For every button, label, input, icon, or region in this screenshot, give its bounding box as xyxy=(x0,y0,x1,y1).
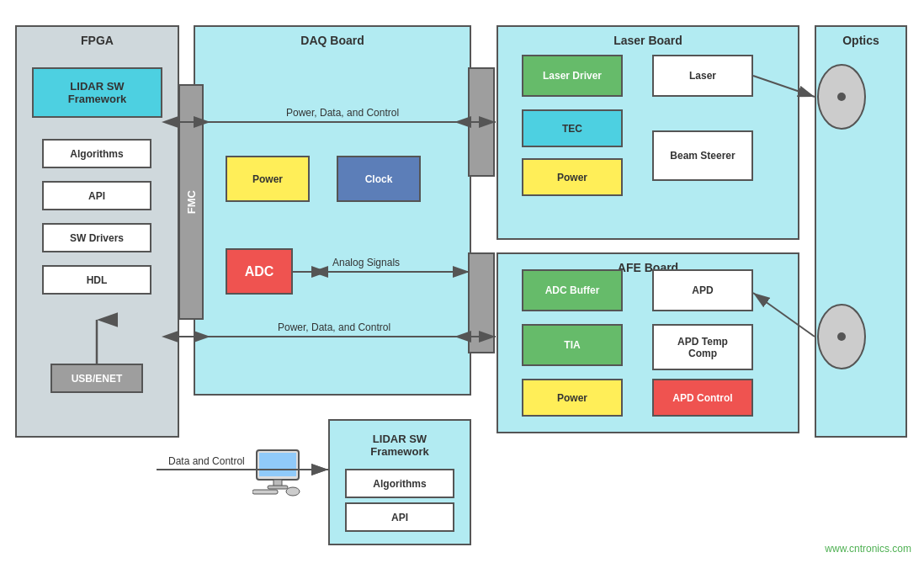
fmc-box: FMC xyxy=(178,84,204,320)
diagram-container: FPGA DAQ Board Laser Board AFE Board Opt… xyxy=(0,0,924,563)
optics-board: Optics xyxy=(815,25,907,438)
lidar-sw-framework-2-box: LIDAR SWFramework Algorithms API xyxy=(328,419,471,545)
svg-point-5 xyxy=(286,487,300,496)
clock-box: Clock xyxy=(337,156,421,202)
svg-rect-4 xyxy=(252,490,278,494)
power-laser-box: Power xyxy=(522,158,623,196)
laser-label: Laser Board xyxy=(613,34,682,47)
data-and-control-label: Data and Control xyxy=(168,455,245,467)
computer-icon xyxy=(252,446,311,497)
api-2-box: API xyxy=(345,502,454,532)
connector-top xyxy=(468,67,495,177)
adc-box: ADC xyxy=(226,248,293,295)
apd-box: APD xyxy=(652,269,753,311)
daq-board: DAQ Board xyxy=(194,25,471,396)
power-daq-box: Power xyxy=(226,156,310,202)
usb-enet-box: USB/ENET xyxy=(50,364,143,393)
algorithms-2-box: Algorithms xyxy=(345,469,454,498)
optics-label: Optics xyxy=(842,34,879,47)
daq-label: DAQ Board xyxy=(300,34,364,47)
apd-temp-comp-box: APD TempComp xyxy=(652,324,753,370)
laser-driver-box: Laser Driver xyxy=(522,55,623,97)
connector-bottom xyxy=(468,252,495,353)
svg-rect-1 xyxy=(259,453,296,476)
watermark: www.cntronics.com xyxy=(825,543,911,555)
apd-control-box: APD Control xyxy=(652,379,753,417)
lidar-sw-framework-1-box: LIDAR SWFramework xyxy=(32,67,162,118)
fpga-label: FPGA xyxy=(81,34,114,47)
laser-box: Laser xyxy=(652,55,753,97)
algorithms-1-box: Algorithms xyxy=(42,139,151,168)
beam-steerer-box: Beam Steerer xyxy=(652,130,753,181)
sw-drivers-box: SW Drivers xyxy=(42,223,151,252)
api-1-box: API xyxy=(42,181,151,210)
hdl-box: HDL xyxy=(42,265,151,295)
adc-buffer-box: ADC Buffer xyxy=(522,269,623,311)
power-afe-box: Power xyxy=(522,379,623,417)
tia-box: TIA xyxy=(522,324,623,366)
svg-rect-3 xyxy=(268,486,288,489)
tec-box: TEC xyxy=(522,109,623,147)
